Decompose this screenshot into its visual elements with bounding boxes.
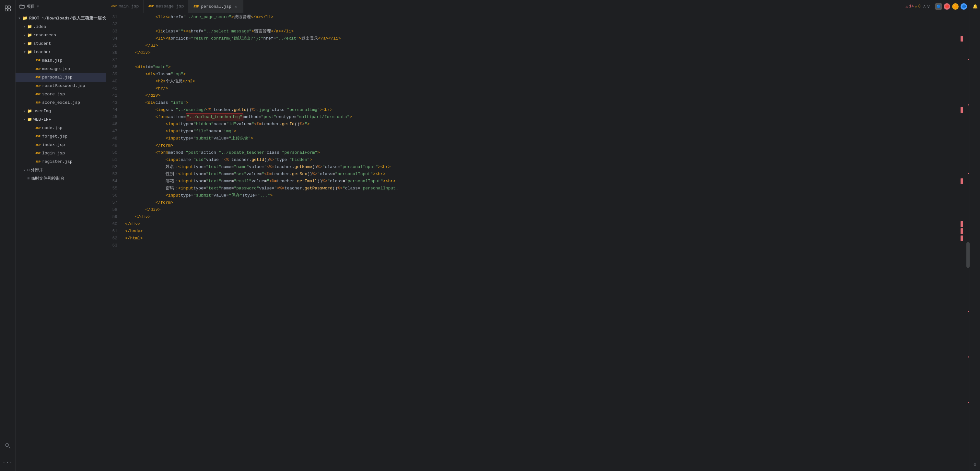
code-line-51: <input name="uid" value="<%=teacher.getI… [123, 156, 966, 163]
tab-main-jsp[interactable]: JSP main.jsp [106, 0, 143, 13]
forget-jsp-icon: JSP [35, 134, 41, 139]
svg-point-4 [5, 444, 9, 447]
tab-main-jsp-label: main.jsp [119, 4, 139, 9]
main-jsp-icon: JSP [35, 58, 41, 64]
tree-root[interactable]: 📁 ROOT ~/Downloads/铁人三项第一届长城杯半AWD/tomcat… [16, 14, 106, 23]
tree-item-code-jsp[interactable]: JSP code.jsp [16, 124, 106, 133]
message-jsp-spacer [30, 67, 35, 72]
ext-icon-2[interactable]: 🔴 [944, 3, 950, 10]
code-line-61: </body> [123, 228, 966, 235]
tree-item-register-jsp[interactable]: JSP register.jsp [16, 158, 106, 166]
collapse-icon[interactable]: ∨ [927, 3, 930, 10]
code-line-57: </form> [123, 199, 966, 206]
register-jsp-label: register.jsp [42, 158, 73, 165]
code-editor[interactable]: <li><a href="../one_page_score">成绩管理</a>… [123, 13, 966, 471]
code-line-41: <hr/> [123, 85, 966, 92]
code-line-52: 姓名：<input type="text" name="name" value=… [123, 163, 966, 171]
settings-icon[interactable]: ⚙ [971, 461, 979, 468]
idea-chevron [22, 24, 27, 30]
more-icon[interactable]: ··· [2, 457, 14, 468]
tree-item-forget-jsp[interactable]: JSP forget.jsp [16, 133, 106, 141]
personal-jsp-spacer [30, 75, 35, 80]
index-jsp-icon: JSP [35, 142, 41, 148]
svg-rect-0 [5, 6, 8, 8]
tree-item-score-jsp[interactable]: JSP score.jsp [16, 90, 106, 99]
teacher-folder-icon: 📁 [27, 49, 32, 56]
root-folder-icon: 📁 [22, 16, 28, 21]
idea-label: .idea [33, 23, 46, 30]
code-jsp-icon: JSP [35, 125, 41, 131]
error-badge: ⚠ 14 △ 8 ∧ ∨ [905, 3, 930, 10]
sidebar-chevron: ∨ [37, 5, 39, 8]
tree-item-resources[interactable]: 📁 resources [16, 31, 106, 40]
code-line-49: </form> [123, 142, 966, 149]
student-folder-icon: 📁 [27, 40, 32, 47]
scroll-err-3 [968, 173, 969, 174]
tree-item-temp-console[interactable]: ≡ 临时文件和控制台 [16, 174, 106, 183]
ext-icon-4[interactable]: 🔵 [961, 3, 967, 10]
sidebar-tree: 📁 ROOT ~/Downloads/铁人三项第一届长城杯半AWD/tomcat… [16, 13, 106, 471]
tree-item-teacher[interactable]: 📁 teacher [16, 48, 106, 56]
tree-item-message-jsp[interactable]: JSP message.jsp [16, 65, 106, 73]
scroll-err-1 [968, 59, 969, 60]
tree-item-index-jsp[interactable]: JSP index.jsp [16, 141, 106, 149]
tree-item-reset-jsp[interactable]: JSP resetPassword.jsp [16, 82, 106, 90]
project-icon[interactable] [2, 3, 14, 14]
code-line-58: </div> [123, 206, 966, 214]
tree-item-login-jsp[interactable]: JSP login.jsp [16, 149, 106, 158]
error-icon: ⚠ [905, 4, 908, 9]
score-excel-jsp-label: score_excel.jsp [42, 99, 80, 106]
tree-item-webinf[interactable]: 📁 WEB-INF [16, 115, 106, 124]
tree-item-student[interactable]: 📁 student [16, 40, 106, 48]
login-jsp-icon: JSP [35, 150, 41, 156]
scrollbar-track[interactable] [966, 13, 970, 471]
tree-item-idea[interactable]: 📁 .idea [16, 23, 106, 31]
code-line-45: ▼ <form action="../upload_teacherImg" me… [123, 113, 966, 121]
tree-item-external-libs[interactable]: ⊡ 外部库 [16, 166, 106, 174]
code-line-46: <input type="hidden" name="id" value="<%… [123, 121, 966, 128]
code-line-40: <h2>个人信息</h2> [123, 78, 966, 85]
score-excel-spacer [30, 100, 35, 105]
expand-icon[interactable]: ∧ [923, 3, 926, 10]
error-indicator-44 [961, 107, 963, 113]
login-jsp-label: login.jsp [42, 150, 65, 157]
warning-count: 8 [918, 4, 921, 9]
code-line-37 [123, 56, 966, 64]
tree-item-score-excel-jsp[interactable]: JSP score_excel.jsp [16, 99, 106, 107]
code-line-43: ▼ <div class="info"> [123, 99, 966, 106]
code-line-53: 性别：<input type="text" name="sex" value="… [123, 171, 966, 178]
tree-item-personal-jsp[interactable]: JSP personal.jsp [16, 73, 106, 82]
notification-icon[interactable]: 🔔 [971, 3, 979, 10]
code-line-62: </html> [123, 235, 966, 242]
tab-personal-jsp[interactable]: JSP personal.jsp ✕ [189, 0, 243, 13]
tree-item-main-jsp[interactable]: JSP main.jsp [16, 56, 106, 65]
code-line-44: <img src="../userImg/<%=teacher.getId()%… [123, 106, 966, 113]
personal-jsp-icon: JSP [35, 75, 41, 80]
main-jsp-spacer [30, 58, 35, 63]
line-numbers: 31 32 33 34 35 36 37 38 39 40 41 42 43 4… [106, 13, 123, 471]
reset-jsp-icon: JSP [35, 83, 41, 89]
search-icon[interactable] [2, 440, 14, 452]
svg-line-5 [9, 447, 10, 448]
code-line-42: </div> [123, 92, 966, 99]
tab-message-jsp-label: message.jsp [156, 4, 184, 9]
scrollbar-thumb[interactable] [966, 242, 970, 268]
index-jsp-label: index.jsp [42, 141, 65, 148]
resources-label: resources [33, 32, 56, 39]
main-jsp-label: main.jsp [42, 57, 62, 64]
teacher-chevron [22, 49, 27, 55]
teacher-label: teacher [33, 49, 51, 56]
webinf-label: WEB-INF [33, 116, 51, 123]
external-libs-label: 外部库 [31, 167, 43, 174]
ext-icon-3[interactable]: 🟠 [952, 3, 959, 10]
folder-icon [19, 4, 25, 9]
code-line-34: <li><a onclick="return confirm('确认退出?');… [123, 35, 966, 42]
tab-personal-jsp-icon: JSP [193, 5, 199, 8]
tab-message-jsp[interactable]: JSP message.jsp [143, 0, 189, 13]
tree-item-userimg[interactable]: 📁 userImg [16, 107, 106, 115]
warning-icon: △ [915, 4, 918, 9]
tab-close-btn[interactable]: ✕ [233, 4, 239, 10]
ext-icon-1[interactable]: 🔵 [935, 3, 942, 10]
temp-console-label: 临时文件和控制台 [31, 175, 65, 182]
code-line-56: <input type="submit" value="保存" style=".… [123, 192, 966, 199]
